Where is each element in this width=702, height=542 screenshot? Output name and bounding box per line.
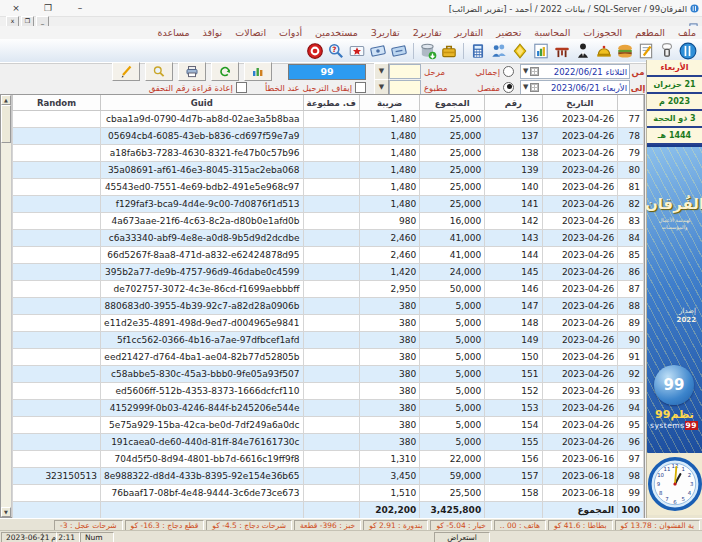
table-total-row[interactable]: 100المجموع3,425,800202,200 [13, 502, 644, 519]
table-row[interactable]: 792023-04-2613825,0001,480a18fa6b3-7283-… [13, 145, 644, 162]
scroll-down-icon[interactable]: ▼ [1, 507, 11, 517]
table-row[interactable]: 802023-04-2613925,0001,48035a08691-af61-… [13, 162, 644, 179]
column-header-num[interactable]: رقم [485, 95, 542, 111]
table-row[interactable]: 912023-04-261505,000380eed21427-d764-4ba… [13, 349, 644, 366]
table-row[interactable]: 822023-04-2614125,0001,480f129faf3-bca9-… [13, 196, 644, 213]
table-row[interactable]: 972023-06-1615622,0001,310704d5f50-8d94-… [13, 451, 644, 468]
app-menu-icon[interactable] [678, 41, 698, 61]
voucher2-icon[interactable] [368, 41, 388, 61]
table-row[interactable]: 892023-04-261485,000380e11d2e35-4891-498… [13, 315, 644, 332]
database-icon[interactable] [418, 41, 438, 61]
radio-detailed[interactable]: مفصل [456, 82, 514, 93]
table-row[interactable]: 842023-04-2614341,0002,460c6a33340-abf9-… [13, 230, 644, 247]
gem-icon[interactable] [510, 41, 530, 61]
chevron-down-icon[interactable]: ▼ [523, 68, 528, 75]
status-item-5: خبز : ‎-396 قطعة [294, 520, 361, 531]
star-voucher-icon[interactable] [347, 41, 367, 61]
close-button[interactable]: × [9, 3, 23, 14]
table-row[interactable]: 862023-04-2614524,0001,420395b2a77-de9b-… [13, 264, 644, 281]
menu-item-3[interactable]: المحاسبة [534, 27, 570, 38]
mdi-close-button[interactable]: x [6, 16, 19, 27]
minimize-button[interactable]: – [73, 3, 87, 14]
table-row[interactable]: 962023-04-261555,000380191caea0-de60-440… [13, 434, 644, 451]
table-row[interactable]: 902023-04-261495,0003805f1cc562-0366-4b1… [13, 332, 644, 349]
menu-item-7[interactable]: تقارير3 [371, 27, 400, 38]
burger-icon[interactable] [615, 41, 635, 61]
column-header-printed[interactable]: ف. مطبوعة [303, 95, 359, 111]
chart-button[interactable] [244, 62, 272, 81]
mdi-restore-button[interactable]: ❐ [21, 16, 34, 27]
scrollbar-thumb[interactable] [1, 105, 11, 143]
cell-tax: 380 [359, 298, 419, 315]
table-row[interactable]: 782023-04-2613725,0001,48005694cb4-6085-… [13, 128, 644, 145]
table-row[interactable]: 872023-04-2614650,0002,950de702757-3072-… [13, 281, 644, 298]
menu-item-6[interactable]: تقارير2 [413, 27, 442, 38]
tables-icon[interactable] [552, 41, 572, 61]
radio-total-circle[interactable] [503, 66, 514, 77]
cell-total: 5,000 [420, 366, 485, 383]
column-header-random[interactable]: Random [13, 95, 101, 111]
column-header-n[interactable] [618, 95, 644, 111]
menu-item-11[interactable]: نوافذ [203, 27, 223, 38]
table-row[interactable]: 882023-04-261475,000380880683d0-3955-4b3… [13, 298, 644, 315]
radio-total[interactable]: إجمالي [456, 66, 514, 77]
reread-check-checkbox[interactable]: إعادة قراءة رقم التحقق [149, 82, 247, 93]
to-date-picker[interactable]: الأربعاء 2023/06/21 ▼ [520, 80, 630, 95]
voucher-icon[interactable] [389, 41, 409, 61]
table-row[interactable]: 852023-04-2614441,0002,46066d5267f-8aa8-… [13, 247, 644, 264]
menu-item-8[interactable]: مستخدمين [315, 27, 358, 38]
print-button[interactable] [178, 62, 206, 81]
table-row[interactable]: 952023-04-261545,0003805e75a929-15ba-42c… [13, 417, 644, 434]
posted-combo-arrow[interactable]: ▼ [374, 63, 389, 80]
chef-icon[interactable] [657, 41, 677, 61]
edit-button[interactable] [112, 62, 140, 81]
table-row[interactable]: 982023-06-1815759,0003,4508e988322-d8d4-… [13, 468, 644, 485]
users-icon[interactable] [489, 41, 509, 61]
audit-search-icon[interactable]: ? [326, 41, 346, 61]
menu-item-2[interactable]: الحجوزات [583, 27, 622, 38]
column-header-total[interactable]: المجموع [420, 95, 485, 111]
table-row[interactable]: 832023-04-2614216,0009804a673aae-21f6-4c… [13, 213, 644, 230]
printed-combo[interactable] [389, 80, 421, 95]
posted-combo[interactable] [389, 64, 421, 79]
mdi-minimize-button[interactable]: _ [36, 16, 49, 27]
menu-item-1[interactable]: المطعم [635, 27, 665, 38]
menu-item-4[interactable]: تحضير [496, 27, 521, 38]
column-header-date[interactable]: التاريخ [542, 95, 618, 111]
search-button[interactable] [145, 62, 173, 81]
calculator-icon[interactable] [468, 41, 488, 61]
cell-guid: 66d5267f-8aa8-471d-a832-e62424878d95 [100, 247, 303, 264]
table-row[interactable]: 812023-04-2614025,0001,48045543ed0-7551-… [13, 179, 644, 196]
exit-icon[interactable] [305, 41, 325, 61]
checkbox-icon[interactable] [355, 82, 366, 93]
menu-item-12[interactable]: مساعدة [157, 27, 189, 38]
service-bell-icon[interactable] [594, 41, 614, 61]
menu-item-0[interactable]: ملف [678, 27, 696, 38]
vertical-scrollbar[interactable]: ▲ ▼ [1, 95, 12, 517]
menu-item-9[interactable]: أدوات [279, 27, 302, 38]
counter-field[interactable]: 99 [288, 64, 366, 80]
column-header-tax[interactable]: ضريبة [359, 95, 419, 111]
radio-detailed-circle[interactable] [503, 82, 514, 93]
table-row[interactable]: 992023-06-1815825,5001,51076baaf17-08bf-… [13, 485, 644, 502]
table-row[interactable]: 772023-04-2613625,0001,480cbaa1a9d-0790-… [13, 111, 644, 128]
table-row[interactable]: 922023-04-261515,000380c58abbe5-830c-45a… [13, 366, 644, 383]
cell-date: 2023-04-26 [542, 434, 618, 451]
from-date-picker[interactable]: الثلاثاء 2022/06/21 ▼ [520, 64, 630, 79]
table-row[interactable]: 932023-04-261525,000380ed5606ff-512b-435… [13, 383, 644, 400]
column-header-guid[interactable]: Guid [100, 95, 303, 111]
restore-button[interactable]: ❐ [41, 3, 55, 14]
table-row[interactable]: 942023-04-261535,0003804152999f-0b03-424… [13, 400, 644, 417]
waiter-icon[interactable] [573, 41, 593, 61]
chevron-down-icon[interactable]: ▼ [523, 84, 528, 91]
stop-on-error-checkbox[interactable]: إيقاف الترحيل عند الخطأ [265, 82, 366, 93]
toolbox-icon[interactable] [439, 41, 459, 61]
menu-item-5[interactable]: التقارير [455, 27, 484, 38]
menu-item-10[interactable]: اتصالات [235, 27, 266, 38]
report-chart-icon[interactable] [531, 41, 551, 61]
checkbox-icon[interactable] [236, 82, 247, 93]
order-pad-icon[interactable] [636, 41, 656, 61]
refresh-button[interactable] [211, 62, 239, 81]
scroll-up-icon[interactable]: ▲ [1, 95, 11, 105]
cell-guid: 191caea0-de60-440d-81ff-84e76161730c [100, 434, 303, 451]
